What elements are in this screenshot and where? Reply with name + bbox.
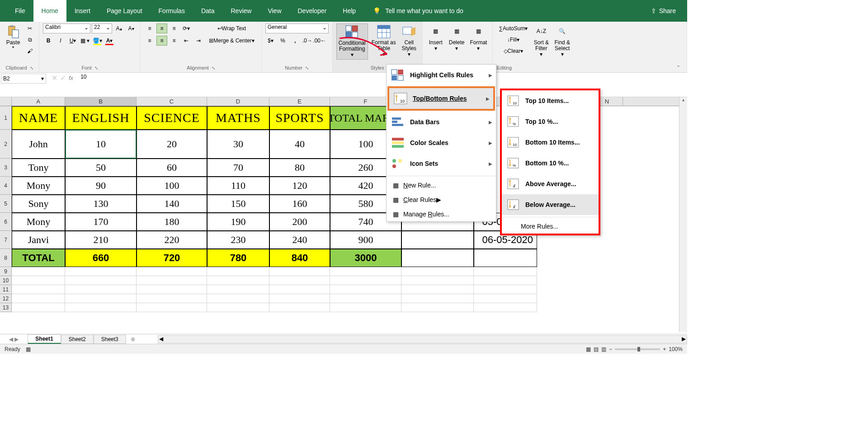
format-cells-button[interactable]: ▦Format▾	[468, 23, 489, 52]
cell-c2[interactable]: 20	[137, 130, 207, 159]
cell-b4[interactable]: 90	[65, 177, 137, 195]
decrease-decimal[interactable]: .00←	[314, 36, 325, 46]
menu-top-10-percent[interactable]: % Top 10 %...	[502, 111, 599, 132]
menu-top-bottom-rules[interactable]: 10 Top/Bottom Rules ▶	[387, 86, 495, 111]
view-page-layout[interactable]: ▤	[594, 346, 599, 352]
zoom-out[interactable]: −	[609, 346, 612, 352]
cell-d7[interactable]: 230	[207, 231, 269, 249]
borders-button[interactable]: ▦ ▾	[80, 36, 90, 46]
tell-me-search[interactable]: 💡 Tell me what you want to do	[373, 7, 463, 14]
tab-page-layout[interactable]: Page Layout	[99, 0, 151, 22]
menu-clear-rules[interactable]: ▦Clear Rules▶	[387, 192, 496, 207]
cell-b7[interactable]: 210	[65, 231, 137, 249]
tab-view[interactable]: View	[259, 0, 289, 22]
number-launcher[interactable]: ⤡	[305, 66, 309, 70]
cell-c5[interactable]: 140	[137, 195, 207, 213]
row-hdr-11[interactable]: 11	[0, 285, 12, 294]
menu-bottom-10-items[interactable]: 10 Bottom 10 Items...	[502, 132, 599, 153]
menu-more-rules[interactable]: More Rules...	[502, 219, 599, 234]
cell-c8[interactable]: 720	[137, 249, 207, 267]
italic-button[interactable]: I	[55, 36, 66, 46]
font-color-button[interactable]: A ▾	[104, 36, 115, 46]
menu-highlight-cells-rules[interactable]: Highlight Cells Rules ▶	[387, 65, 496, 85]
row-hdr-6[interactable]: 6	[0, 213, 12, 231]
find-select-button[interactable]: 🔍Find & Select▾	[552, 23, 572, 59]
cell-c1[interactable]: SCIENCE	[137, 106, 207, 130]
alignment-launcher[interactable]: ⤡	[212, 66, 215, 70]
cell-f8[interactable]: 3000	[330, 249, 401, 267]
cell-d3[interactable]: 70	[207, 159, 269, 177]
menu-below-average[interactable]: x̄ Below Average...	[502, 194, 599, 215]
row-hdr-1[interactable]: 1	[0, 106, 12, 130]
vertical-scrollbar[interactable]: ▴	[679, 97, 687, 332]
cell-d4[interactable]: 110	[207, 177, 269, 195]
menu-bottom-10-percent[interactable]: % Bottom 10 %...	[502, 153, 599, 173]
cell-a3[interactable]: Tony	[12, 159, 65, 177]
select-all-triangle[interactable]	[0, 97, 12, 106]
cell-e3[interactable]: 80	[269, 159, 330, 177]
cell-styles-button[interactable]: Cell Styles ▾	[400, 23, 419, 59]
format-painter-button[interactable]: 🖌	[24, 46, 35, 56]
cell-b2[interactable]: 10	[65, 130, 137, 159]
cell-g8[interactable]	[401, 249, 474, 267]
autosum-button[interactable]: ∑ AutoSum ▾	[496, 23, 530, 33]
zoom-slider[interactable]	[615, 348, 660, 350]
fill-button[interactable]: ↓ Fill ▾	[496, 35, 530, 45]
menu-color-scales[interactable]: Color Scales ▶	[387, 132, 496, 153]
cell-e4[interactable]: 120	[269, 177, 330, 195]
col-hdr-c[interactable]: C	[137, 97, 207, 106]
paste-button[interactable]: Paste▾	[4, 23, 23, 51]
row-hdr-10[interactable]: 10	[0, 276, 12, 285]
tab-insert[interactable]: Insert	[66, 0, 99, 22]
insert-cells-button[interactable]: ▦Insert▾	[426, 23, 445, 52]
align-left[interactable]: ≡	[144, 36, 155, 46]
cell-a5[interactable]: Sony	[12, 195, 65, 213]
align-top[interactable]: ≡	[144, 23, 155, 33]
tab-help[interactable]: Help	[335, 0, 364, 22]
zoom-in[interactable]: +	[663, 346, 666, 352]
cell-a8[interactable]: TOTAL	[12, 249, 65, 267]
cell-b3[interactable]: 50	[65, 159, 137, 177]
bold-button[interactable]: B	[43, 36, 54, 46]
row-hdr-4[interactable]: 4	[0, 177, 12, 195]
cell-e2[interactable]: 40	[269, 130, 330, 159]
col-hdr-b[interactable]: B	[65, 97, 137, 106]
cut-button[interactable]: ✂	[24, 23, 35, 33]
zoom-level[interactable]: 100%	[669, 346, 683, 352]
row-hdr-2[interactable]: 2	[0, 130, 12, 159]
tab-review[interactable]: Review	[223, 0, 260, 22]
cell-c4[interactable]: 100	[137, 177, 207, 195]
row-hdr-13[interactable]: 13	[0, 303, 12, 312]
cell-c3[interactable]: 60	[137, 159, 207, 177]
clear-button[interactable]: ◇ Clear ▾	[496, 46, 530, 56]
cell-b1[interactable]: ENGLISH	[65, 106, 137, 130]
col-hdr-e[interactable]: E	[269, 97, 330, 106]
indent-decrease[interactable]: ⇤	[181, 36, 192, 46]
cell-b8[interactable]: 660	[65, 249, 137, 267]
menu-manage-rules[interactable]: ▦Manage Rules...	[387, 207, 496, 221]
macro-record-icon[interactable]: ▦	[26, 346, 31, 352]
orientation-button[interactable]: ⟳▾	[181, 23, 192, 33]
cell-b5[interactable]: 130	[65, 195, 137, 213]
tab-file[interactable]: File	[7, 0, 33, 22]
sort-filter-button[interactable]: A↓ZSort & Filter▾	[532, 23, 551, 59]
sheet-tab-2[interactable]: Sheet2	[61, 335, 94, 344]
row-hdr-9[interactable]: 9	[0, 267, 12, 276]
col-hdr-d[interactable]: D	[207, 97, 269, 106]
menu-above-average[interactable]: x̄ Above Average...	[502, 173, 599, 194]
copy-button[interactable]: ⧉	[24, 35, 35, 45]
view-normal[interactable]: ▦	[586, 346, 591, 352]
cell-e8[interactable]: 840	[269, 249, 330, 267]
view-page-break[interactable]: ▥	[601, 346, 606, 352]
cell-d8[interactable]: 780	[207, 249, 269, 267]
font-size-combo[interactable]: 22	[92, 23, 112, 33]
name-box[interactable]: B2▾	[1, 74, 46, 84]
cell-d2[interactable]: 30	[207, 130, 269, 159]
font-launcher[interactable]: ⤡	[94, 66, 98, 70]
collapse-ribbon[interactable]: ⌃	[676, 65, 683, 70]
menu-new-rule[interactable]: ▦New Rule...	[387, 178, 496, 192]
enter-formula[interactable]: ✓	[60, 74, 66, 82]
cell-a6[interactable]: Mony	[12, 213, 65, 231]
comma-format[interactable]: ,	[290, 36, 301, 46]
cell-c6[interactable]: 180	[137, 213, 207, 231]
